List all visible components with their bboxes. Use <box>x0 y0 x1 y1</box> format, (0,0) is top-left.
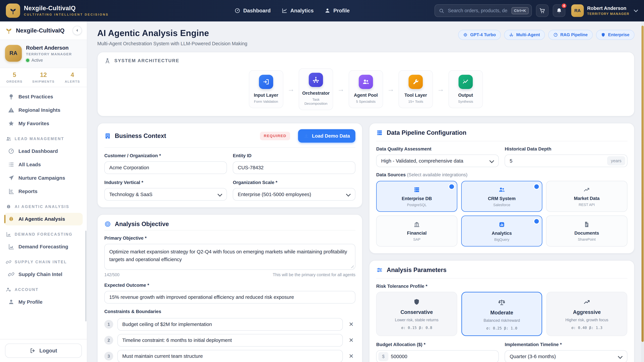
industry-label: Industry Vertical * <box>104 180 227 185</box>
sidebar-item-lead-dashboard[interactable]: Lead Dashboard <box>4 145 83 158</box>
constraint-index: 2 <box>104 336 113 345</box>
primary-objective-textarea[interactable]: Optimize market expansion strategy for Q… <box>104 244 355 270</box>
link-icon <box>8 271 14 278</box>
char-counter: 142/500 <box>104 272 120 277</box>
business-context-card: Business Context REQUIRED Load Demo Data… <box>97 123 362 208</box>
risk-conservative[interactable]: Conservative Lower risk, stable returns … <box>376 292 457 336</box>
load-demo-data-button[interactable]: Load Demo Data <box>298 129 355 143</box>
star-icon <box>8 120 14 127</box>
nav-profile[interactable]: Profile <box>324 8 350 14</box>
entity-id-input[interactable] <box>233 161 355 174</box>
user-menu[interactable]: RA Robert Anderson TERRITORY MANAGER <box>571 4 638 17</box>
users-icon <box>6 136 12 142</box>
card-title: Analysis Objective <box>115 221 169 228</box>
nav-analytics[interactable]: Analytics <box>282 8 314 14</box>
users-icon <box>498 186 505 193</box>
stat-orders: 5 ORDERS <box>0 71 29 83</box>
notifications-button[interactable]: 4 <box>553 4 565 17</box>
source-name: Analytics <box>464 231 540 236</box>
sidebar-item-label: All Leads <box>18 162 41 167</box>
org-scale-select[interactable]: Enterprise (501-5000 employees) <box>233 188 355 201</box>
badge-enterprise[interactable]: Enterprise <box>596 30 634 40</box>
constraint-index: 3 <box>104 352 113 361</box>
budget-label: Budget Allocation ($) * <box>376 342 499 347</box>
send-icon <box>8 175 14 181</box>
chevron-down-icon <box>634 8 638 12</box>
source-financial[interactable]: Financial SAP <box>376 216 457 247</box>
logout-button[interactable]: Logout <box>5 344 82 358</box>
sidebar: Nexgile-CultivaIQ ‹ RA Robert Anderson T… <box>0 21 87 362</box>
risk-stats: σ: 0.15 β: 0.8 <box>379 326 454 330</box>
cart-button[interactable] <box>536 4 548 17</box>
stat-value: 4 <box>58 71 87 78</box>
data-sources-label-text: Data Sources <box>376 172 406 177</box>
sidebar-user-card: RA Robert Anderson TERRITORY MANAGER Act… <box>0 40 87 68</box>
sidebar-item-reports[interactable]: Reports <box>4 185 83 198</box>
status-dot <box>26 59 29 62</box>
sidebar-item-all-leads[interactable]: All Leads <box>4 158 83 171</box>
lightbulb-icon <box>8 93 14 100</box>
sidebar-item-ai-agentic-analysis[interactable]: AI Agentic Analysis <box>4 213 83 225</box>
card-title: Business Context <box>115 132 166 139</box>
industry-select[interactable]: Technology & SaaS <box>104 188 227 201</box>
source-documents[interactable]: Documents SharePoint <box>546 216 627 247</box>
risk-stats: σ: 0.40 β: 1.3 <box>549 326 624 330</box>
select-value: Technology & SaaS <box>109 192 152 197</box>
remove-constraint-button[interactable]: ✕ <box>347 320 355 329</box>
sidebar-item-best-practices[interactable]: Best Practices <box>4 90 83 103</box>
source-analytics[interactable]: Analytics BigQuery <box>461 216 542 247</box>
sidebar-brand: Nexgile-CultivaIQ <box>16 27 69 34</box>
constraint-input[interactable] <box>118 334 343 347</box>
constraint-input[interactable] <box>118 350 343 362</box>
server-icon <box>414 186 420 193</box>
check-icon <box>448 184 455 190</box>
sprout-icon <box>5 27 12 34</box>
source-crm-system[interactable]: CRM System Salesforce <box>461 181 542 212</box>
page-scrollbar-thumb[interactable] <box>642 26 644 342</box>
sidebar-item-label: Nurture Campaigns <box>18 175 65 181</box>
sidebar-item-demand-forecasting[interactable]: Demand Forecasting <box>4 241 83 253</box>
sidebar-item-my-favorites[interactable]: My Favorites <box>4 117 83 130</box>
timeline-label: Implementation Timeline * <box>505 342 627 347</box>
section-label: LEAD MANAGEMENT <box>15 137 64 141</box>
risk-desc: Balanced risk/reward <box>464 318 539 323</box>
building-icon <box>104 133 111 139</box>
sidebar-item-nurture-campaigns[interactable]: Nurture Campaigns <box>4 172 83 184</box>
trending-up-icon <box>583 298 590 306</box>
risk-aggressive[interactable]: Aggressive Higher risk, growth focus σ: … <box>546 292 627 336</box>
expected-outcome-label: Expected Outcome * <box>104 283 355 288</box>
risk-moderate[interactable]: Moderate Balanced risk/reward σ: 0.25 β:… <box>461 292 542 336</box>
sidebar-item-label: Demand Forecasting <box>18 244 68 250</box>
entity-id-label: Entity ID <box>233 153 355 158</box>
sidebar-collapse-button[interactable]: ‹ <box>72 26 82 35</box>
sidebar-item-supply-chain-intel[interactable]: Supply Chain Intel <box>4 268 83 281</box>
constraint-input[interactable] <box>118 318 343 331</box>
badge-label: Enterprise <box>608 32 630 37</box>
customer-input[interactable] <box>104 161 227 174</box>
sidebar-item-my-profile[interactable]: My Profile <box>4 296 83 308</box>
logout-icon <box>30 348 36 354</box>
timeline-select[interactable]: Quarter (3-6 months) <box>505 350 627 362</box>
constraint-index: 1 <box>104 320 113 329</box>
stat-shipments: 12 SHIPMENTS <box>29 71 58 83</box>
global-search[interactable]: Ctrl+K <box>434 4 532 17</box>
nav-dashboard[interactable]: Dashboard <box>234 8 271 14</box>
badge-multi-agent[interactable]: Multi-Agent <box>504 30 545 40</box>
remove-constraint-button[interactable]: ✕ <box>347 336 355 345</box>
sidebar-item-label: Supply Chain Intel <box>18 272 62 277</box>
sidebar-item-regional-insights[interactable]: Regional Insights <box>4 104 83 116</box>
data-pipeline-card: Data Pipeline Configuration Data Quality… <box>369 123 634 254</box>
remove-constraint-button[interactable]: ✕ <box>347 352 355 360</box>
budget-input[interactable] <box>376 350 499 362</box>
sidebar-scrollbar-thumb[interactable] <box>85 231 86 321</box>
expected-outcome-input[interactable] <box>104 291 355 304</box>
data-quality-select[interactable]: High - Validated, comprehensive data <box>376 155 499 167</box>
risk-desc: Higher risk, growth focus <box>549 318 624 322</box>
card-title: Data Pipeline Configuration <box>387 129 466 136</box>
badge-gpt4-turbo[interactable]: GPT-4 Turbo <box>458 30 501 40</box>
search-input[interactable] <box>447 7 509 14</box>
badge-rag-pipeline[interactable]: RAG Pipeline <box>548 30 593 40</box>
source-enterprise-db[interactable]: Enterprise DB PostgreSQL <box>376 181 457 212</box>
brain-icon <box>8 216 14 222</box>
source-market-data[interactable]: Market Data REST API <box>546 181 627 212</box>
